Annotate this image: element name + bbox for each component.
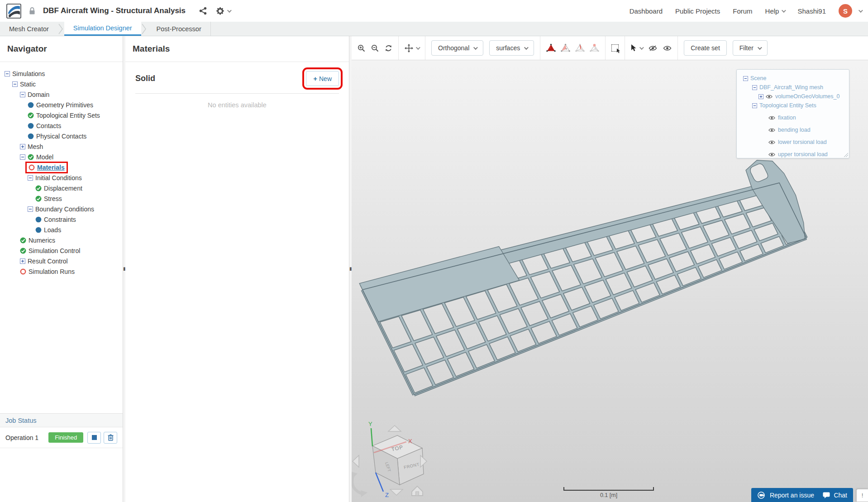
scene-item-label[interactable]: DBF_Aircraft_Wing mesh: [759, 84, 823, 91]
account-caret-icon[interactable]: [858, 8, 863, 13]
select-face-icon[interactable]: [561, 43, 570, 53]
zoom-out-icon[interactable]: [371, 44, 379, 52]
chat-button[interactable]: Chat: [817, 488, 853, 502]
tree-item-label[interactable]: Physical Contacts: [36, 133, 86, 140]
expander-minus-icon[interactable]: [5, 71, 10, 76]
navigation-cube[interactable]: TOP FRONT LEFT X Y Z: [352, 421, 453, 502]
tree-item-simulation-control[interactable]: Simulation Control: [3, 245, 121, 256]
tree-item-materials[interactable]: Materials: [3, 162, 121, 172]
scene-item-label[interactable]: bending load: [778, 127, 811, 133]
render-mode-dropdown[interactable]: surfaces: [489, 40, 534, 56]
tree-item-loads[interactable]: Loads: [3, 225, 121, 235]
show-selection-icon[interactable]: [663, 45, 672, 51]
avatar[interactable]: S: [839, 4, 852, 18]
scene-item-topological-entity-sets[interactable]: Topological Entity Sets: [740, 101, 845, 110]
resize-handle-icon[interactable]: [844, 153, 848, 157]
tree-item-label[interactable]: Geometry Primitives: [36, 101, 93, 109]
tree-item-geometry-primitives[interactable]: Geometry Primitives: [3, 100, 121, 110]
tree-item-boundary-conditions[interactable]: Boundary Conditions: [3, 204, 121, 214]
visibility-eye-icon[interactable]: [768, 140, 775, 145]
projection-dropdown[interactable]: Orthogonal: [431, 40, 483, 56]
scene-item-bending-load[interactable]: bending load: [740, 125, 845, 134]
expander-minus-icon[interactable]: [28, 175, 33, 181]
username-label[interactable]: Shashi91: [797, 7, 826, 15]
nav-link-dashboard[interactable]: Dashboard: [630, 7, 663, 15]
tree-item-label[interactable]: Simulation Control: [29, 247, 80, 254]
tree-item-label[interactable]: Materials: [37, 164, 65, 171]
tree-item-numerics[interactable]: Numerics: [3, 235, 121, 245]
tree-item-constraints[interactable]: Constraints: [3, 214, 121, 225]
stop-job-button[interactable]: [87, 432, 101, 444]
pointer-select-icon[interactable]: [631, 44, 643, 52]
expander-minus-icon[interactable]: [752, 85, 757, 90]
rotate-up-arrow[interactable]: [388, 426, 401, 431]
tree-item-topological-entity-sets[interactable]: Topological Entity Sets: [3, 110, 121, 120]
new-material-button[interactable]: + New: [306, 71, 339, 86]
expander-minus-icon[interactable]: [20, 154, 25, 160]
tree-item-label[interactable]: Simulations: [12, 70, 45, 77]
tab-post-processor[interactable]: Post-Processor: [148, 22, 210, 36]
scene-item-scene[interactable]: Scene: [740, 74, 845, 83]
tree-item-label[interactable]: Stress: [44, 195, 62, 202]
tree-item-label[interactable]: Topological Entity Sets: [36, 112, 100, 119]
notification-tab[interactable]: !: [856, 489, 868, 502]
tree-item-label[interactable]: Static: [20, 81, 36, 88]
report-issue-button[interactable]: Report an issue: [751, 488, 820, 502]
scene-item-label[interactable]: Topological Entity Sets: [759, 102, 816, 109]
tree-item-label[interactable]: Boundary Conditions: [35, 206, 94, 213]
expander-minus-icon[interactable]: [12, 81, 18, 87]
tree-item-contacts[interactable]: Contacts: [3, 120, 121, 131]
pan-move-icon[interactable]: [405, 44, 419, 53]
visibility-eye-icon[interactable]: [768, 152, 775, 157]
refresh-view-icon[interactable]: [385, 44, 392, 52]
expander-minus-icon[interactable]: [752, 103, 757, 108]
tree-item-domain[interactable]: Domain: [3, 89, 121, 100]
nav-link-public-projects[interactable]: Public Projects: [675, 7, 720, 15]
tree-item-label[interactable]: Result Control: [28, 258, 68, 265]
select-edge-icon[interactable]: [575, 43, 585, 53]
expander-minus-icon[interactable]: [743, 76, 748, 81]
tree-item-physical-contacts[interactable]: Physical Contacts: [3, 131, 121, 141]
tree-item-label[interactable]: Mesh: [28, 143, 43, 150]
rotate-down-arrow[interactable]: [390, 489, 403, 495]
home-view-icon[interactable]: [412, 486, 423, 496]
tree-item-label[interactable]: Numerics: [29, 237, 55, 244]
3d-viewport-canvas[interactable]: SceneDBF_Aircraft_Wing meshvolumeOnGeoVo…: [352, 60, 868, 502]
box-select-icon[interactable]: [611, 44, 619, 52]
scene-item-lower-torsional-load[interactable]: lower torsional load: [740, 138, 845, 147]
rotate-left-arrow[interactable]: [353, 455, 359, 467]
help-menu[interactable]: Help: [765, 7, 785, 15]
tab-simulation-designer[interactable]: Simulation Designer: [64, 22, 141, 36]
rotate-right-arrow[interactable]: [420, 455, 427, 467]
tree-item-label[interactable]: Loads: [44, 226, 61, 234]
visibility-eye-icon[interactable]: [768, 115, 775, 120]
tree-item-stress[interactable]: Stress: [3, 193, 121, 204]
tree-item-simulations[interactable]: Simulations: [3, 68, 121, 79]
create-set-button[interactable]: Create set: [684, 40, 727, 56]
tab-mesh-creator[interactable]: Mesh Creator: [0, 22, 58, 36]
expander-minus-icon[interactable]: [28, 206, 33, 212]
hide-selection-icon[interactable]: [649, 45, 657, 51]
tree-item-label[interactable]: Simulation Runs: [29, 268, 75, 275]
scene-item-label[interactable]: Scene: [750, 75, 766, 81]
nav-link-forum[interactable]: Forum: [733, 7, 752, 15]
select-volume-icon[interactable]: [546, 43, 556, 53]
tree-item-initial-conditions[interactable]: Initial Conditions: [3, 172, 121, 183]
scene-item-upper-torsional-load[interactable]: upper torsional load: [740, 150, 845, 159]
select-node-icon[interactable]: [590, 43, 599, 53]
expander-plus-icon[interactable]: [20, 144, 25, 149]
tree-item-label[interactable]: Contacts: [36, 122, 61, 129]
tree-item-displacement[interactable]: Displacement: [3, 183, 121, 193]
scene-item-label[interactable]: upper torsional load: [778, 151, 828, 158]
expander-plus-icon[interactable]: [20, 258, 25, 264]
tree-item-simulation-runs[interactable]: Simulation Runs: [3, 266, 121, 277]
expander-plus-icon[interactable]: [758, 94, 763, 99]
simscale-logo-icon[interactable]: [6, 4, 21, 19]
tree-item-label[interactable]: Domain: [28, 91, 49, 98]
tree-item-label[interactable]: Constraints: [44, 216, 76, 223]
scene-item-label[interactable]: fixation: [778, 115, 796, 121]
scene-item-fixation[interactable]: fixation: [740, 113, 845, 122]
zoom-in-icon[interactable]: [358, 44, 365, 52]
visibility-eye-icon[interactable]: [766, 94, 773, 99]
settings-gear-icon[interactable]: [216, 7, 230, 15]
